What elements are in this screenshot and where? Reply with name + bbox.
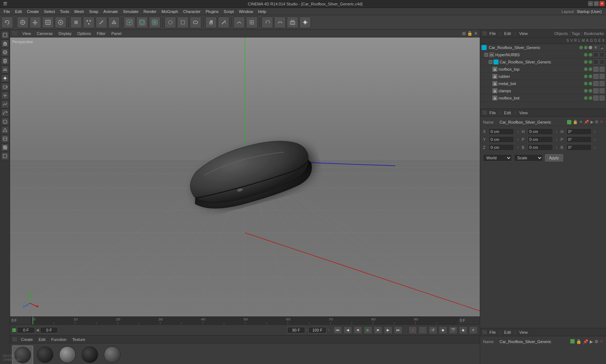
menu-snap[interactable]: Snap [87, 9, 101, 14]
transport-key2-button[interactable]: ◆ [459, 326, 467, 334]
menu-mograph[interactable]: MoGraph [159, 9, 180, 14]
attr-more-icon[interactable]: ▶ [590, 120, 593, 124]
transport-last-button[interactable]: ⏭ [394, 326, 403, 334]
material-item-parts[interactable]: parts [35, 346, 56, 364]
attr2-pin-icon[interactable]: 📌 [583, 339, 588, 344]
attr-menu-view[interactable]: View [519, 111, 528, 115]
attr-menu-edit[interactable]: Edit [504, 111, 511, 115]
viewport-menu-view[interactable]: View [21, 31, 32, 36]
sidebar-texture[interactable] [1, 143, 9, 151]
transport-first-button[interactable]: ⏮ [333, 326, 342, 334]
attr-settings-icon[interactable]: ⚙ [595, 120, 598, 124]
obj-manager-tags-icon[interactable]: Tags [572, 31, 580, 36]
attr-close-icon[interactable]: ✕ [579, 120, 583, 124]
sidebar-spline[interactable] [1, 100, 9, 108]
menu-edit[interactable]: Edit [13, 9, 24, 14]
edges-mode-button[interactable] [96, 17, 107, 28]
transport-prev-button[interactable]: ◀ [343, 326, 352, 334]
move-tool-button[interactable] [30, 17, 41, 28]
end-frame-input[interactable] [287, 327, 305, 333]
polygons-mode-button[interactable] [108, 17, 120, 28]
transport-next-button[interactable]: ▶ [384, 326, 392, 334]
obj-row-car-roofbox[interactable]: Car_Roofbox_Silver_Generic [480, 44, 606, 51]
sidebar-generator[interactable] [1, 126, 9, 134]
viewport-menu-display[interactable]: Display [57, 31, 73, 36]
materials-menu-texture[interactable]: Texture [71, 337, 87, 342]
viewport-close-icon[interactable]: ✕ [474, 31, 478, 36]
transport-next-frame-button[interactable]: |▶ [374, 326, 382, 334]
viewport-menu-filter[interactable]: Filter [95, 31, 107, 36]
materials-menu-function[interactable]: Function [50, 337, 68, 342]
transport-prev-frame-button[interactable]: ◀| [354, 326, 362, 334]
obj-menu-file[interactable]: File [489, 31, 496, 36]
obj-menu-view[interactable]: View [519, 31, 528, 36]
menu-tools[interactable]: Tools [58, 9, 71, 14]
3d-viewport[interactable]: Perspective Y X Z [10, 37, 480, 316]
obj-menu-edit[interactable]: Edit [504, 31, 511, 36]
obj-row-rubber[interactable]: rubber [480, 73, 606, 80]
sidebar-nurbs[interactable] [1, 109, 9, 117]
obj-row-hypernurbs[interactable]: HyperNURBS [480, 51, 606, 58]
attr-menu-file[interactable]: File [489, 111, 496, 115]
menu-render[interactable]: Render [141, 9, 159, 14]
transport-stop-button[interactable]: ! [418, 326, 427, 334]
sidebar-deformer[interactable] [1, 117, 9, 125]
menu-file[interactable]: File [1, 9, 12, 14]
menu-help[interactable]: Help [256, 9, 268, 14]
materials-menu-create[interactable]: Create [19, 337, 34, 342]
material-item-rubber[interactable]: rubber [79, 346, 100, 364]
transport-record-button[interactable]: ● [408, 326, 417, 334]
material-item-plasticl[interactable]: plastic_l [102, 346, 123, 364]
viewport-expand-icon[interactable]: ⊞ [462, 31, 466, 36]
undo-button[interactable] [1, 17, 13, 28]
object-mode-button[interactable] [70, 17, 82, 28]
attr-pin-icon[interactable]: 📌 [584, 120, 589, 124]
total-frame-input[interactable] [308, 327, 326, 333]
transport-keyframe-button[interactable]: ◆ [439, 326, 447, 334]
minimize-button[interactable]: ─ [588, 1, 593, 6]
attr2-more-icon[interactable]: ▶ [590, 339, 593, 344]
close-button[interactable]: ✕ [600, 1, 605, 6]
transport-play-button[interactable]: ▶ [364, 326, 372, 334]
select-tool-button[interactable] [17, 17, 28, 28]
menu-create[interactable]: Create [25, 9, 41, 14]
attr-scale-select[interactable]: Scale [514, 154, 543, 161]
coord-sb-input[interactable] [566, 144, 592, 151]
menu-animate[interactable]: Animate [101, 9, 120, 14]
extrude-button[interactable] [205, 17, 217, 28]
knife-button[interactable] [218, 17, 229, 28]
timeline-track[interactable]: 0 10 20 30 40 50 60 70 80 90 [32, 317, 458, 324]
render-viewport-button[interactable] [149, 17, 161, 28]
obj-manager-bookmark-icon[interactable]: Objects [554, 31, 568, 36]
menu-character[interactable]: Character [181, 9, 203, 14]
current-frame-input[interactable] [17, 327, 35, 333]
magnet-button[interactable] [262, 17, 273, 28]
smooth-button[interactable] [233, 17, 245, 28]
menu-select[interactable]: Select [42, 9, 57, 14]
render-button[interactable] [124, 17, 135, 28]
obj-row-roofbox-top[interactable]: roofbox_top [480, 66, 606, 73]
subdivide-button[interactable] [246, 17, 258, 28]
sidebar-sphere[interactable] [1, 48, 9, 56]
sidebar-camera[interactable] [1, 83, 9, 91]
material-item-metall[interactable]: metall [57, 346, 78, 364]
attr2-menu-edit[interactable]: Edit [504, 330, 511, 334]
attr2-menu-view[interactable]: View [519, 330, 528, 334]
menu-mesh[interactable]: Mesh [72, 9, 86, 14]
scale-tool-button[interactable] [42, 17, 54, 28]
camera-button[interactable] [287, 17, 298, 28]
attr2-delete-icon[interactable]: ✕ [600, 339, 603, 344]
transport-loop-button[interactable]: ↺ [429, 326, 437, 334]
sidebar-tag[interactable] [1, 152, 9, 160]
sidebar-new-object[interactable] [1, 31, 9, 39]
viewport-menu-options[interactable]: Options [76, 31, 92, 36]
obj-row-clamps[interactable]: clamps [480, 87, 606, 94]
attr2-menu-file[interactable]: File [489, 330, 496, 334]
coord-h-input[interactable] [528, 128, 553, 135]
transport-motion-button[interactable]: 🎬 [449, 326, 457, 334]
attr2-lock-icon[interactable]: 🔒 [576, 339, 581, 344]
sidebar-cylinder[interactable] [1, 57, 9, 65]
menu-window[interactable]: Window [237, 9, 255, 14]
points-mode-button[interactable] [83, 17, 95, 28]
menu-plugins[interactable]: Plugins [203, 9, 221, 14]
